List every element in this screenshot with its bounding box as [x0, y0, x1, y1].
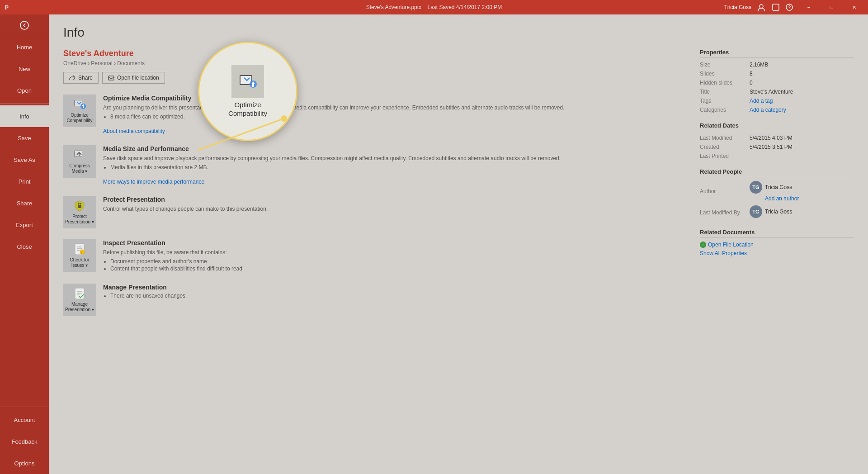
- sidebar-home-label: Home: [17, 44, 33, 51]
- share-label: Share: [78, 75, 93, 81]
- sidebar-export-label: Export: [16, 222, 33, 228]
- close-button[interactable]: ✕: [844, 0, 864, 14]
- sidebar-item-open[interactable]: Open: [0, 80, 49, 101]
- inspect-icon-label: Check forIssues ▾: [70, 257, 90, 268]
- open-location-button[interactable]: Open file location: [102, 72, 165, 84]
- sidebar-feedback-label: Feedback: [11, 438, 37, 445]
- last-printed-label: Last Printed: [700, 153, 750, 159]
- prop-row-slides: Slides 8: [700, 71, 854, 77]
- optimize-description: Are you planning to deliver this present…: [103, 104, 565, 112]
- sidebar-item-home[interactable]: Home: [0, 36, 49, 58]
- media-size-section: CompressMedia ▾ Media Size and Performan…: [63, 145, 685, 185]
- modified-by-row: TG Tricia Goss: [750, 205, 792, 218]
- open-file-location-link[interactable]: Open File Location: [700, 242, 854, 248]
- sidebar-account-label: Account: [14, 417, 35, 423]
- main-two-col: Steve's Adventure OneDrive › Personal › …: [63, 49, 854, 327]
- improve-media-link[interactable]: More ways to improve media performance: [103, 179, 204, 185]
- share-button[interactable]: Share: [63, 72, 99, 84]
- sidebar-item-save[interactable]: Save: [0, 127, 49, 149]
- sidebar-bottom-divider: [0, 407, 49, 407]
- prop-row-last-printed: Last Printed: [700, 153, 854, 159]
- compress-icon-box[interactable]: CompressMedia ▾: [63, 145, 96, 178]
- author-value: TG Tricia Goss Add an author: [750, 181, 799, 202]
- optimize-text: Optimize Media Compatibility Are you pla…: [103, 95, 565, 134]
- related-docs-title: Related Documents: [700, 229, 854, 238]
- help-icon[interactable]: ?: [786, 4, 793, 11]
- optimize-bullet: 8 media files can be optimized.: [110, 114, 565, 120]
- author-row: TG Tricia Goss: [750, 181, 799, 194]
- related-people-title: Related People: [700, 168, 854, 177]
- manage-icon-box[interactable]: ManagePresentation ▾: [63, 284, 96, 316]
- protect-icon-box[interactable]: ProtectPresentation ▾: [63, 196, 96, 228]
- sidebar-item-close[interactable]: Close: [0, 236, 49, 257]
- size-label: Size: [700, 62, 750, 68]
- title-bar: P Steve's Adventure.pptx Last Saved 4/14…: [0, 0, 868, 14]
- sidebar-item-options[interactable]: Options: [0, 452, 49, 474]
- manage-icon-label: ManagePresentation ▾: [65, 302, 94, 313]
- media-size-bullet: Media files in this presentation are 2 M…: [110, 164, 561, 171]
- protect-description: Control what types of changes people can…: [103, 205, 268, 213]
- file-title: Steve's Adventure: [63, 49, 685, 58]
- sidebar-back-button[interactable]: [0, 14, 49, 36]
- author-avatar: TG: [750, 181, 762, 194]
- about-media-link[interactable]: About media compatibility: [103, 128, 165, 134]
- optimize-icon-box[interactable]: OptimizeCompatibility: [63, 95, 96, 127]
- related-people-section: Related People Author TG Tricia Goss Add…: [700, 168, 854, 220]
- manage-bullet: There are no unsaved changes.: [110, 293, 187, 299]
- show-all-properties-link[interactable]: Show All Properties: [700, 250, 747, 256]
- created-label: Created: [700, 144, 750, 150]
- tags-label: Tags: [700, 98, 750, 104]
- inspect-bullet-1: Document properties and author's name: [110, 258, 242, 265]
- content-area: Optimize Compatibility Info Steve's Adve…: [49, 14, 868, 474]
- inspect-section: ! Check forIssues ▾ Inspect Presentation…: [63, 239, 685, 273]
- compress-icon: [73, 149, 86, 161]
- location-icon: [108, 75, 114, 81]
- slides-value: 8: [750, 71, 753, 77]
- add-author-row: Add an author: [765, 195, 799, 202]
- inspect-description: Before publishing this file, be aware th…: [103, 248, 242, 256]
- protect-section: ProtectPresentation ▾ Protect Presentati…: [63, 196, 685, 228]
- prop-row-author: Author TG Tricia Goss Add an author: [700, 181, 854, 202]
- inspect-icon-box[interactable]: ! Check forIssues ▾: [63, 239, 96, 272]
- sidebar-item-info[interactable]: Info: [0, 105, 49, 127]
- tags-value[interactable]: Add a tag: [750, 98, 773, 104]
- hidden-slides-value: 0: [750, 80, 753, 86]
- sidebar-options-label: Options: [14, 460, 35, 467]
- inspect-bullet-2: Content that people with disabilities fi…: [110, 265, 242, 272]
- window-controls: − □ ✕: [798, 0, 864, 14]
- inspect-icon: !: [73, 243, 86, 256]
- properties-title: Properties: [700, 49, 854, 58]
- manage-icon: [73, 287, 86, 300]
- last-modified-label: Last Modified: [700, 135, 750, 141]
- sidebar-item-account[interactable]: Account: [0, 409, 49, 431]
- related-docs-section: Related Documents Open File Location Sho…: [700, 229, 854, 256]
- modified-by-value: TG Tricia Goss: [750, 205, 792, 220]
- sidebar-item-save-as[interactable]: Save As: [0, 149, 49, 171]
- svg-rect-19: [83, 106, 84, 108]
- svg-text:!: !: [81, 251, 82, 254]
- prop-row-title: Title Steve's Adventure: [700, 89, 854, 95]
- sidebar-item-new[interactable]: New: [0, 58, 49, 80]
- categories-value[interactable]: Add a category: [750, 107, 786, 113]
- prop-row-hidden-slides: Hidden slides 0: [700, 80, 854, 86]
- prop-row-created: Created 5/4/2015 3:51 PM: [700, 144, 854, 150]
- author-name: Tricia Goss: [765, 184, 792, 190]
- compress-icon-label: CompressMedia ▾: [69, 163, 90, 174]
- globe-icon: [700, 242, 706, 248]
- properties-section: Properties Size 2.16MB Slides 8 Hidden s…: [700, 49, 854, 113]
- title-bar-right: Tricia Goss ? − □ ✕: [724, 0, 864, 14]
- sidebar-item-print[interactable]: Print: [0, 171, 49, 192]
- saved-label: Last Saved 4/14/2017 2:00 PM: [427, 4, 502, 10]
- related-dates-section: Related Dates Last Modified 5/4/2015 4:0…: [700, 122, 854, 159]
- sidebar-item-export[interactable]: Export: [0, 214, 49, 236]
- minimize-button[interactable]: −: [798, 0, 819, 14]
- sidebar-item-feedback[interactable]: Feedback: [0, 431, 49, 452]
- sidebar-close-label: Close: [17, 243, 32, 250]
- maximize-button[interactable]: □: [821, 0, 842, 14]
- protect-text: Protect Presentation Control what types …: [103, 196, 268, 215]
- title-prop-value: Steve's Adventure: [750, 89, 793, 95]
- sidebar-item-share[interactable]: Share: [0, 192, 49, 214]
- add-author-link[interactable]: Add an author: [765, 195, 799, 202]
- media-size-description: Save disk space and improve playback per…: [103, 154, 561, 162]
- optimize-title: Optimize Media Compatibility: [103, 95, 565, 102]
